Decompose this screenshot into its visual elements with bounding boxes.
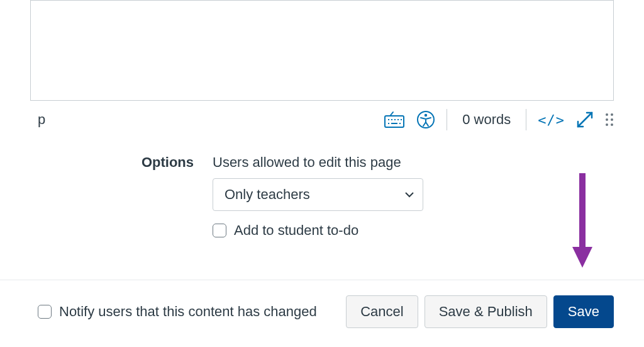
rich-text-editor[interactable] — [30, 0, 614, 101]
allowed-editors-label: Users allowed to edit this page — [213, 154, 614, 171]
svg-line-11 — [578, 113, 592, 127]
editor-statusbar: p 0 words </> — [0, 101, 644, 139]
options-heading: Options — [30, 154, 194, 239]
editor-element-path[interactable]: p — [38, 111, 45, 127]
footer-bar: Notify users that this content has chang… — [0, 280, 644, 328]
svg-rect-0 — [385, 116, 404, 127]
svg-point-17 — [611, 123, 613, 126]
svg-point-16 — [606, 123, 608, 126]
save-and-publish-button[interactable]: Save & Publish — [425, 295, 547, 328]
notify-users-label: Notify users that this content has chang… — [59, 304, 317, 320]
notify-users-checkbox[interactable] — [38, 305, 52, 319]
student-todo-label: Add to student to-do — [234, 222, 358, 239]
allowed-editors-selected-value: Only teachers — [225, 186, 310, 202]
accessibility-checker-icon[interactable] — [416, 110, 435, 129]
svg-point-14 — [606, 118, 608, 121]
cancel-button[interactable]: Cancel — [346, 295, 418, 328]
svg-point-13 — [611, 113, 613, 116]
fullscreen-icon[interactable] — [576, 111, 594, 128]
divider — [526, 109, 526, 130]
options-section: Options Users allowed to edit this page … — [30, 154, 614, 239]
divider — [447, 109, 447, 130]
student-todo-checkbox[interactable] — [213, 224, 226, 237]
keyboard-shortcuts-icon[interactable] — [384, 110, 405, 129]
html-editor-toggle[interactable]: </> — [538, 112, 565, 128]
svg-point-15 — [611, 118, 613, 121]
resize-handle-icon[interactable] — [605, 113, 614, 127]
word-count[interactable]: 0 words — [458, 111, 514, 128]
allowed-editors-select[interactable]: Only teachers — [213, 178, 423, 211]
svg-point-10 — [425, 114, 427, 117]
svg-point-12 — [606, 113, 608, 116]
save-button[interactable]: Save — [553, 295, 614, 328]
